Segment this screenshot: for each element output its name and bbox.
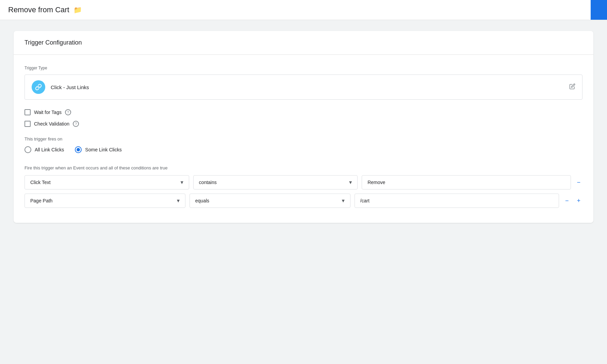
link-icon bbox=[32, 80, 45, 94]
folder-icon[interactable]: 📁 bbox=[73, 6, 82, 14]
fires-on-section: This trigger fires on All Link Clicks So… bbox=[24, 136, 583, 153]
check-validation-checkbox[interactable] bbox=[24, 121, 31, 127]
card-title: Trigger Configuration bbox=[24, 39, 82, 46]
variable-select-wrapper-2: Click Text Page Path Click URL Click Cla… bbox=[24, 194, 185, 208]
variable-select-1[interactable]: Click Text Page Path Click URL Click Cla… bbox=[24, 175, 189, 189]
check-validation-label: Check Validation bbox=[34, 121, 69, 127]
edit-icon[interactable] bbox=[569, 83, 575, 91]
variable-select-2[interactable]: Click Text Page Path Click URL Click Cla… bbox=[24, 194, 185, 208]
check-validation-help-icon[interactable]: ? bbox=[73, 121, 79, 127]
header-accent-bar bbox=[591, 0, 607, 20]
trigger-type-box[interactable]: Click - Just Links bbox=[24, 75, 583, 100]
page-title: Remove from Cart bbox=[8, 5, 69, 14]
card-header: Trigger Configuration bbox=[14, 31, 593, 55]
trigger-type-label: Trigger Type bbox=[24, 66, 583, 70]
value-input-2[interactable] bbox=[355, 194, 559, 208]
all-link-clicks-radio[interactable]: All Link Clicks bbox=[24, 146, 64, 153]
page-header: Remove from Cart 📁 bbox=[0, 0, 607, 20]
conditions-section: Fire this trigger when an Event occurs a… bbox=[24, 165, 583, 208]
condition-actions-1: − bbox=[575, 178, 583, 187]
some-link-clicks-radio[interactable]: Some Link Clicks bbox=[75, 146, 121, 153]
wait-for-tags-checkbox[interactable] bbox=[24, 109, 31, 115]
wait-for-tags-row: Wait for Tags ? bbox=[24, 109, 583, 115]
fires-on-label: This trigger fires on bbox=[24, 136, 583, 142]
trigger-config-card: Trigger Configuration Trigger Type bbox=[14, 31, 593, 223]
trigger-type-left: Click - Just Links bbox=[32, 80, 89, 94]
all-link-clicks-label: All Link Clicks bbox=[35, 147, 64, 152]
condition-actions-2: − + bbox=[563, 196, 583, 205]
all-link-clicks-radio-outer bbox=[24, 146, 31, 153]
value-input-1[interactable] bbox=[362, 175, 571, 189]
trigger-type-section: Trigger Type Click - Just Links bbox=[24, 66, 583, 100]
some-link-clicks-radio-outer bbox=[75, 146, 82, 153]
wait-for-tags-label: Wait for Tags bbox=[34, 110, 62, 115]
add-condition-button[interactable]: + bbox=[575, 196, 583, 205]
variable-select-wrapper-1: Click Text Page Path Click URL Click Cla… bbox=[24, 175, 189, 189]
remove-condition-1-button[interactable]: − bbox=[575, 178, 583, 187]
options-section: Wait for Tags ? Check Validation ? bbox=[24, 109, 583, 127]
operator-select-2[interactable]: equals contains starts with ends with ma… bbox=[190, 194, 350, 208]
condition-row-2: Click Text Page Path Click URL Click Cla… bbox=[24, 194, 583, 208]
operator-select-wrapper-1: contains equals starts with ends with ma… bbox=[193, 175, 358, 189]
remove-condition-2-button[interactable]: − bbox=[563, 196, 571, 205]
some-link-clicks-label: Some Link Clicks bbox=[85, 147, 121, 152]
operator-select-1[interactable]: contains equals starts with ends with ma… bbox=[193, 175, 358, 189]
wait-for-tags-help-icon[interactable]: ? bbox=[65, 109, 71, 115]
card-body: Trigger Type Click - Just Links bbox=[14, 55, 593, 223]
trigger-type-name: Click - Just Links bbox=[51, 84, 89, 90]
conditions-label: Fire this trigger when an Event occurs a… bbox=[24, 165, 583, 170]
operator-select-wrapper-2: equals contains starts with ends with ma… bbox=[190, 194, 350, 208]
condition-row-1: Click Text Page Path Click URL Click Cla… bbox=[24, 175, 583, 189]
main-content: Trigger Configuration Trigger Type bbox=[0, 20, 607, 234]
fires-on-radio-group: All Link Clicks Some Link Clicks bbox=[24, 146, 583, 153]
check-validation-row: Check Validation ? bbox=[24, 121, 583, 127]
some-link-clicks-radio-inner bbox=[77, 148, 80, 151]
